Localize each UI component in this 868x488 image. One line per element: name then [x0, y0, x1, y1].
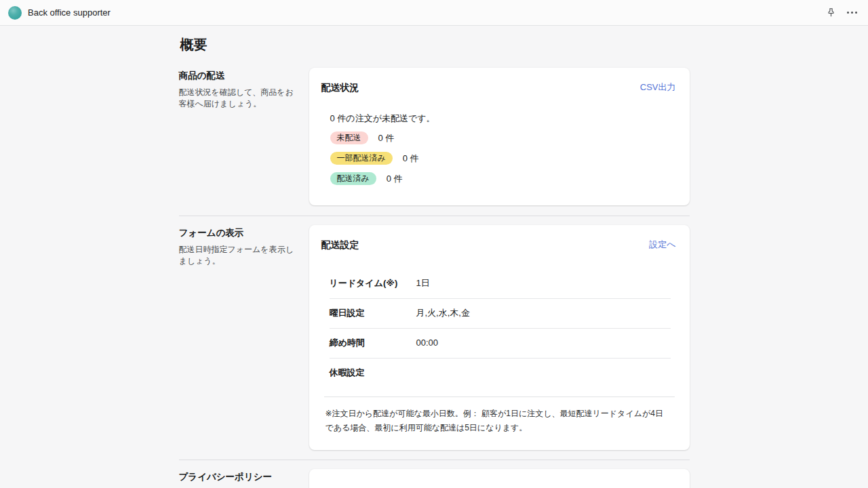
delivery-status-card: 配送状況 CSV出力 0 件の注文が未配送です。 未配送 0 件 一部配送済み …	[309, 68, 690, 205]
setting-row-cutoff-time: 締め時間 00:00	[330, 329, 671, 359]
section-heading: フォームの表示	[179, 227, 298, 239]
setting-label: 締め時間	[330, 338, 416, 348]
section-heading: 商品の配送	[179, 70, 298, 82]
app-logo-icon	[8, 6, 22, 20]
annotation-privacy-policy: プライバシーポリシー	[179, 469, 298, 488]
section-description: 配送状況を確認して、商品をお客様へ届けましょう。	[179, 87, 298, 110]
status-count-partially-fulfilled: 0 件	[403, 152, 419, 165]
app-identity: Back office supporter	[8, 6, 111, 20]
page-title: 概要	[180, 36, 690, 54]
pin-icon	[826, 7, 836, 18]
annotation-product-delivery: 商品の配送 配送状況を確認して、商品をお客様へ届けましょう。	[179, 68, 298, 110]
ellipsis-icon	[847, 12, 857, 14]
status-badge-fulfilled: 配送済み	[330, 172, 376, 185]
setting-label: リードタイム(※)	[330, 278, 416, 289]
status-row-fulfilled: 配送済み 0 件	[330, 172, 671, 185]
settings-table: リードタイム(※) 1日 曜日設定 月,火,水,木,金 締め時間 00:00 休…	[330, 269, 671, 388]
go-to-settings-link[interactable]: 設定へ	[649, 238, 675, 251]
setting-row-weekdays: 曜日設定 月,火,水,木,金	[330, 299, 671, 329]
setting-row-lead-time: リードタイム(※) 1日	[330, 269, 671, 299]
page: 概要 商品の配送 配送状況を確認して、商品をお客様へ届けましょう。 配送状況 C…	[179, 36, 690, 488]
setting-value: 月,火,水,木,金	[416, 308, 470, 319]
status-count-fulfilled: 0 件	[387, 173, 403, 185]
status-badge-unfulfilled: 未配送	[330, 131, 368, 144]
topbar: Back office supporter	[0, 0, 868, 26]
setting-label: 曜日設定	[330, 308, 416, 319]
section-description: 配送日時指定フォームを表示しましょう。	[179, 244, 298, 268]
card-title-delivery-settings: 配送設定	[321, 238, 359, 251]
section-product-delivery: 商品の配送 配送状況を確認して、商品をお客様へ届けましょう。 配送状況 CSV出…	[179, 54, 690, 216]
delivery-status-card-body: 0 件の注文が未配送です。 未配送 0 件 一部配送済み 0 件 配送済み 0 …	[309, 94, 690, 205]
section-form-display: フォームの表示 配送日時指定フォームを表示しましょう。 配送設定 設定へ リード…	[179, 216, 690, 460]
delivery-settings-card-header: 配送設定 設定へ	[309, 225, 690, 251]
delivery-status-card-header: 配送状況 CSV出力	[309, 68, 690, 94]
setting-label: 休暇設定	[330, 367, 416, 378]
csv-export-link[interactable]: CSV出力	[640, 81, 676, 94]
delivery-settings-card: 配送設定 設定へ リードタイム(※) 1日 曜日設定 月,火,水,木,金 締め時…	[309, 225, 690, 450]
app-name: Back office supporter	[28, 7, 111, 18]
annotation-form-display: フォームの表示 配送日時指定フォームを表示しましょう。	[179, 225, 298, 268]
section-heading: プライバシーポリシー	[179, 471, 298, 483]
section-privacy-policy: プライバシーポリシー	[179, 460, 690, 488]
setting-value: 00:00	[416, 338, 439, 348]
unfulfilled-summary: 0 件の注文が未配送です。	[330, 113, 671, 124]
setting-value: 1日	[416, 278, 430, 289]
topbar-actions	[825, 6, 859, 19]
status-row-unfulfilled: 未配送 0 件	[330, 131, 671, 144]
status-badge-partially-fulfilled: 一部配送済み	[330, 152, 393, 165]
lead-time-footnote: ※注文日から配達が可能な最小日数。例： 顧客が1日に注文し、最短配達リードタイム…	[324, 396, 675, 450]
privacy-policy-card	[309, 469, 690, 488]
status-row-partially-fulfilled: 一部配送済み 0 件	[330, 152, 671, 165]
more-button[interactable]	[846, 10, 859, 15]
pin-button[interactable]	[825, 6, 837, 19]
status-count-unfulfilled: 0 件	[378, 132, 395, 144]
card-title-delivery-status: 配送状況	[321, 81, 359, 94]
setting-row-vacation: 休暇設定	[330, 359, 671, 388]
